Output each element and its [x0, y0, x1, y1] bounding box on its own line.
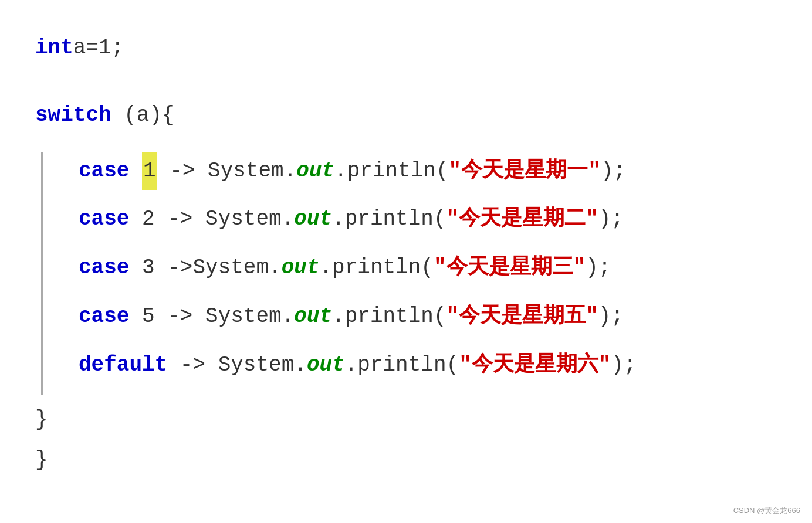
case2-println: .println( — [332, 201, 446, 239]
watermark: CSDN @黄金龙666 — [733, 505, 800, 516]
keyword-case-1: case — [79, 152, 129, 191]
case-number-5: 5 — [142, 298, 155, 336]
case-line-2: case 2 -> System. out .println( "今天是星期二"… — [79, 201, 777, 239]
keyword-case-2: case — [79, 201, 129, 239]
switch-block: switch (a){ case 1 -> System. out .print… — [35, 91, 777, 439]
case1-end: ); — [601, 152, 626, 191]
case3-string: "今天是星期三" — [434, 249, 586, 287]
case3-arrow: ->System. — [155, 249, 282, 287]
line-int: int a=1; — [35, 29, 777, 67]
case1-arrow: -> System. — [157, 152, 297, 191]
case-number-3: 3 — [142, 249, 155, 287]
case5-out: out — [294, 298, 332, 336]
case5-println: .println( — [332, 298, 446, 336]
keyword-case-5: case — [79, 298, 129, 336]
case3-println: .println( — [320, 249, 434, 287]
case2-out: out — [294, 201, 332, 239]
case-number-2: 2 — [142, 201, 155, 239]
case2-end: ); — [598, 201, 624, 239]
case5-end: ); — [598, 298, 624, 336]
keyword-case-3: case — [79, 249, 129, 287]
default-println: .println( — [345, 347, 459, 385]
case-line-default: default -> System. out .println( "今天是星期六… — [79, 347, 777, 385]
case1-out: out — [296, 152, 334, 191]
case1-string: "今天是星期一" — [449, 152, 601, 191]
int-rest: a=1; — [73, 29, 124, 67]
case2-arrow: -> System. — [155, 201, 295, 239]
default-out: out — [307, 347, 345, 385]
keyword-default: default — [79, 347, 167, 385]
case3-out: out — [282, 249, 320, 287]
case-number-1: 1 — [142, 152, 157, 191]
keyword-int: int — [35, 29, 73, 67]
case5-string: "今天是星期五" — [446, 298, 598, 336]
switch-condition: (a){ — [124, 103, 174, 127]
switch-header: switch (a){ — [35, 91, 777, 152]
switch-body: case 1 -> System. out .println( "今天是星期一"… — [35, 152, 777, 395]
case1-println: .println( — [334, 152, 448, 191]
case5-arrow: -> System. — [155, 298, 295, 336]
case-lines: case 1 -> System. out .println( "今天是星期一"… — [55, 152, 777, 385]
case3-end: ); — [586, 249, 611, 287]
code-container: int a=1; switch (a){ case 1 -> System. o… — [0, 0, 812, 509]
default-arrow: -> System. — [167, 347, 307, 385]
case-line-5: case 5 -> System. out .println( "今天是星期五"… — [79, 298, 777, 336]
case2-string: "今天是星期二" — [446, 201, 598, 239]
switch-content: case 1 -> System. out .println( "今天是星期一"… — [43, 152, 777, 395]
case-line-3: case 3 ->System. out .println( "今天是星期三" … — [79, 249, 777, 287]
default-string: "今天是星期六" — [459, 347, 611, 385]
keyword-switch: switch — [35, 103, 111, 127]
default-end: ); — [611, 347, 636, 385]
closing-outer-brace: } — [35, 442, 777, 480]
closing-inner-brace: } — [35, 401, 777, 439]
case-line-1: case 1 -> System. out .println( "今天是星期一"… — [79, 152, 777, 191]
